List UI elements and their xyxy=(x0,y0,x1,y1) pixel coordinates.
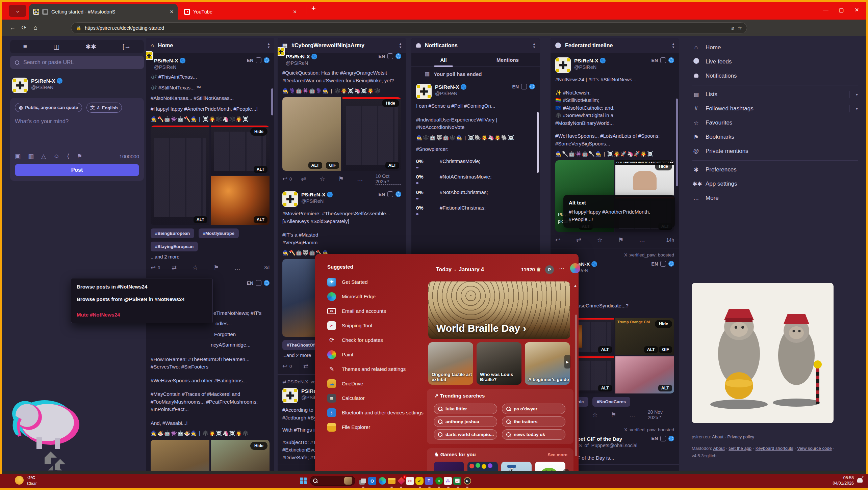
trending-search[interactable]: the traitors xyxy=(502,416,565,427)
alt-badge[interactable]: ALT xyxy=(254,216,267,223)
alt-badge[interactable]: ALT xyxy=(385,162,399,169)
lock-icon[interactable]: 🔒 xyxy=(76,25,81,30)
more-button[interactable]: … xyxy=(234,264,255,271)
bookmark-button[interactable]: ⚑ xyxy=(338,175,357,183)
antivirus-icon[interactable]: ✓ xyxy=(415,477,424,485)
tab-mentions[interactable]: Mentions xyxy=(476,53,540,66)
hide-badge[interactable]: Hide xyxy=(382,99,399,107)
poll-option[interactable]: 0%#NotAChristmasMovie; xyxy=(416,174,535,184)
media-photo[interactable]: OLD LEFTWING MAN TO LEAD AN OLD LEFTWING… xyxy=(615,160,674,195)
boost-line[interactable]: PSiReN-X :ve xyxy=(287,379,315,384)
bookmark-button[interactable]: ⚑ xyxy=(213,264,234,271)
media-player-icon[interactable]: ▶ xyxy=(463,476,472,486)
suggested-edge[interactable]: Microsoft Edge xyxy=(327,289,425,304)
tab-getting-started[interactable]: Getting started - #MastodonS ✕ xyxy=(29,4,178,20)
sidebar-item-preferences[interactable]: ✱Preferences xyxy=(689,163,861,177)
suggested-updates[interactable]: ⟳Check for updates xyxy=(327,333,425,347)
attach-image-icon[interactable]: ▣ xyxy=(15,153,21,160)
hashtag-pill[interactable]: #MostlyEurope xyxy=(199,228,239,238)
hashtag-pill[interactable]: #NoOneCares xyxy=(592,397,630,407)
alt-badge[interactable]: ALT xyxy=(644,346,658,353)
author-handle[interactable]: @PSiReN xyxy=(286,60,308,66)
author-handle[interactable]: @PSiReN xyxy=(154,64,176,70)
boost-button[interactable]: ⇄ xyxy=(576,236,597,244)
alt-badge[interactable]: ALT xyxy=(308,162,322,169)
alt-badge[interactable]: ALT xyxy=(254,471,267,471)
local-only-icon[interactable]: ⚑ xyxy=(77,153,82,160)
sidebar-item-live-feeds[interactable]: Live feeds xyxy=(689,55,861,69)
column-collapse-icon[interactable]: ▴▾ xyxy=(672,42,674,49)
footer-get-app-link[interactable]: Get the app xyxy=(729,446,751,451)
edge-icon[interactable] xyxy=(378,476,387,486)
reply-button[interactable]: ↩ 0 xyxy=(282,362,303,370)
weather-widget[interactable]: -2°C Clear xyxy=(27,475,37,487)
trending-search[interactable]: luke littler xyxy=(434,404,497,414)
close-tab-icon[interactable]: ✕ xyxy=(293,9,297,15)
favourite-button[interactable]: ☆ xyxy=(592,411,611,418)
suggested-snipping[interactable]: ✂Snipping Tool xyxy=(327,318,425,333)
taskbar-search-box[interactable] xyxy=(310,476,355,486)
news-card[interactable]: Who was Louis Braille? xyxy=(477,342,521,385)
url-text[interactable]: https://psiren.eu/deck/getting-started xyxy=(85,25,164,31)
author-name[interactable]: PSiReN-X xyxy=(435,84,459,90)
alt-badge[interactable]: ALT xyxy=(658,385,672,391)
emoji-picker-icon[interactable]: ☺ xyxy=(53,153,59,160)
file-explorer-icon[interactable] xyxy=(387,476,397,486)
alt-badge[interactable]: ALT xyxy=(598,385,612,391)
search-bar[interactable]: Search or paste URL xyxy=(10,56,144,69)
author-name[interactable]: PSiReN-X xyxy=(154,58,178,63)
author-handle[interactable]: @PSiReN xyxy=(574,64,596,70)
suggested-calculator[interactable]: ▦Calculator xyxy=(327,391,425,405)
see-more-link[interactable]: See more xyxy=(547,452,567,457)
copilot-icon[interactable] xyxy=(570,263,580,273)
poll-option[interactable]: 0%#ChristmasMovie; xyxy=(416,158,535,168)
column-collapse-icon[interactable]: ▴▾ xyxy=(400,42,401,49)
post-time[interactable]: 14h xyxy=(666,237,674,243)
boost-line[interactable]: X :verified_paw: boosted xyxy=(624,252,674,257)
sidebar-item-followed-hashtags[interactable]: #Followed hashtags▾ xyxy=(689,102,861,116)
avatar[interactable] xyxy=(282,388,298,403)
alt-badge[interactable]: ALT xyxy=(254,166,267,173)
close-window-button[interactable]: ✕ xyxy=(849,2,865,18)
poll-option[interactable]: 0%#FictionalChristmas; xyxy=(416,205,535,215)
media-artwork[interactable]: ALT xyxy=(615,356,674,393)
bookmark-button[interactable]: ⚑ xyxy=(611,411,629,418)
outlook-icon[interactable]: O xyxy=(368,477,376,485)
hide-badge[interactable]: Hide xyxy=(655,162,672,170)
boost-button[interactable]: ⇄ xyxy=(172,264,193,271)
favorite-star-icon[interactable]: ☆ xyxy=(738,25,742,31)
footer-source-link[interactable]: View source code xyxy=(797,446,832,451)
sidebar-item-bookmarks[interactable]: ⚑Bookmarks xyxy=(689,130,861,144)
puppets-image[interactable] xyxy=(692,283,834,423)
media-screenshot[interactable]: Hide ALT xyxy=(211,126,270,175)
suggested-paint[interactable]: Paint xyxy=(327,347,425,362)
paintdotnet-icon[interactable]: 1 xyxy=(397,476,406,486)
hashtag-pill[interactable]: #StayingEuropean xyxy=(151,242,198,251)
avatar[interactable] xyxy=(416,84,432,99)
new-tab-button[interactable]: + xyxy=(311,4,316,13)
media-photo[interactable]: Hide ALT xyxy=(211,440,270,471)
suggested-email[interactable]: ✉Email and accounts xyxy=(327,304,425,318)
widget-scrollbar[interactable] xyxy=(575,315,577,456)
news-card[interactable]: Ongoing tactile art exhibit xyxy=(428,342,473,385)
sidebar-item-home[interactable]: ⌂Home xyxy=(689,40,861,55)
poll-option[interactable]: 0%#NotAboutChristmas; xyxy=(416,189,535,199)
sidebar-item-app-settings[interactable]: ✱✱App settings xyxy=(689,177,861,191)
column-scrollbar[interactable] xyxy=(676,99,678,186)
post[interactable]: PSiReN-X 🐾 @PSiReN EN 🎶 #ThisAintTexas..… xyxy=(146,53,274,276)
bookmark-button[interactable]: ⚑ xyxy=(618,236,639,244)
share-icon[interactable]: ⟨ xyxy=(67,153,69,160)
hide-badge[interactable]: Hide xyxy=(655,320,672,328)
column-scrollbar[interactable] xyxy=(537,112,539,173)
media-gif[interactable]: ALT GIF xyxy=(282,97,341,171)
poll-ended-notification[interactable]: ▥ Your poll has ended xyxy=(411,67,540,80)
sidebar-item-notifications[interactable]: Notifications xyxy=(689,69,861,83)
trending-search[interactable]: news today uk xyxy=(502,429,565,440)
avatar[interactable] xyxy=(555,57,571,73)
menu-item-mute-hashtag[interactable]: Mute #NotNews24 xyxy=(71,308,212,321)
menu-icon[interactable]: ≡ xyxy=(23,43,27,50)
author-handle[interactable]: @PSiReN xyxy=(435,91,457,96)
media-artwork[interactable]: ALT xyxy=(211,176,270,225)
xbox-icon[interactable]: x xyxy=(434,476,444,486)
content-warning-icon[interactable]: △ xyxy=(41,153,46,160)
